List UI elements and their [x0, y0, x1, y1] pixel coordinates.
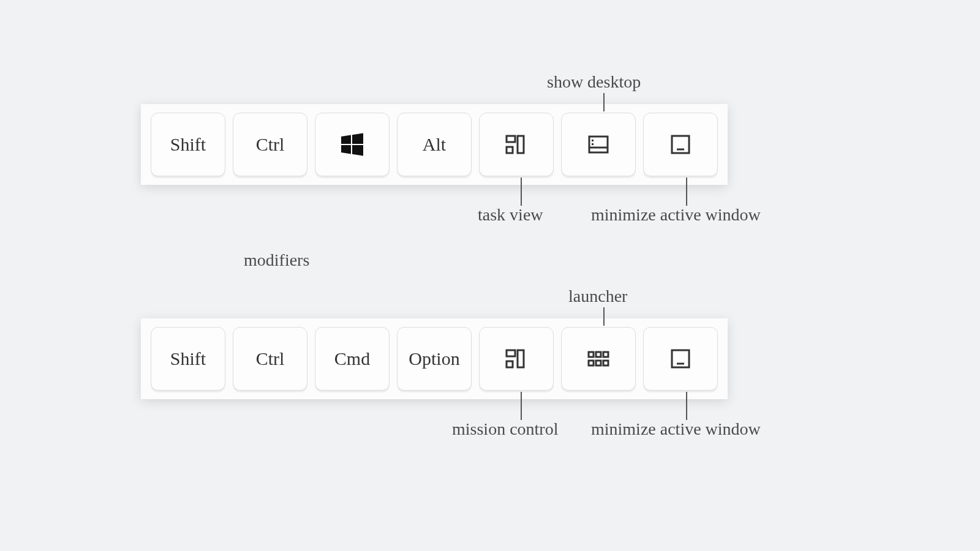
keybar-mac: Shift Ctrl Cmd Option [141, 318, 728, 399]
key-minimize[interactable] [643, 327, 718, 391]
svg-marker-3 [352, 145, 363, 156]
svg-rect-9 [592, 140, 594, 141]
key-label: Shift [170, 348, 206, 369]
svg-marker-2 [341, 145, 351, 154]
svg-rect-20 [596, 361, 601, 365]
svg-rect-21 [603, 361, 608, 365]
svg-marker-0 [341, 135, 351, 144]
callout-line [603, 93, 605, 111]
keybar-windows: Shift Ctrl Alt [141, 104, 728, 185]
task-view-icon [503, 132, 529, 157]
key-shift[interactable]: Shift [151, 113, 225, 176]
key-label: Option [409, 348, 459, 369]
key-option[interactable]: Option [397, 327, 472, 391]
key-ctrl[interactable]: Ctrl [233, 327, 307, 391]
key-alt[interactable]: Alt [397, 113, 472, 176]
svg-rect-18 [603, 352, 608, 357]
label-modifiers: modifiers [244, 250, 309, 270]
callout-line [521, 178, 522, 206]
svg-rect-10 [592, 143, 594, 145]
key-show-desktop[interactable] [561, 113, 636, 176]
key-windows[interactable] [315, 113, 390, 176]
windows-logo-icon [340, 132, 364, 157]
svg-rect-4 [507, 136, 515, 142]
key-shift[interactable]: Shift [151, 327, 225, 391]
annotation-task-view: task view [478, 205, 543, 225]
svg-rect-14 [507, 361, 513, 367]
svg-marker-1 [352, 133, 363, 144]
key-task-view[interactable] [479, 113, 554, 176]
callout-line [521, 392, 522, 420]
key-label: Shift [170, 134, 206, 155]
minimize-window-icon [668, 132, 693, 157]
key-ctrl[interactable]: Ctrl [233, 113, 307, 176]
annotation-mission-control: mission control [452, 419, 558, 439]
svg-rect-16 [589, 352, 594, 357]
key-cmd[interactable]: Cmd [315, 327, 390, 391]
key-label: Alt [423, 134, 446, 155]
svg-rect-15 [518, 350, 524, 367]
svg-rect-22 [672, 350, 689, 367]
key-label: Ctrl [256, 134, 285, 155]
key-label: Ctrl [256, 348, 285, 369]
svg-rect-11 [672, 136, 689, 153]
task-view-icon [503, 346, 529, 372]
launcher-grid-icon [586, 346, 611, 372]
key-mission-control[interactable] [479, 327, 554, 391]
key-launcher[interactable] [561, 327, 636, 391]
key-label: Cmd [334, 348, 370, 369]
callout-line [686, 392, 687, 420]
svg-rect-5 [507, 147, 513, 153]
svg-rect-17 [596, 352, 601, 357]
annotation-minimize: minimize active window [591, 205, 761, 225]
callout-line [686, 178, 687, 206]
svg-rect-19 [589, 361, 594, 365]
annotation-show-desktop: show desktop [547, 72, 641, 92]
key-minimize[interactable] [643, 113, 718, 176]
callout-line [603, 307, 605, 326]
annotation-minimize-2: minimize active window [591, 419, 761, 439]
minimize-window-icon [668, 346, 693, 372]
annotation-launcher: launcher [568, 287, 627, 306]
svg-rect-13 [507, 350, 515, 356]
svg-rect-6 [518, 136, 524, 153]
show-desktop-icon [586, 132, 611, 157]
